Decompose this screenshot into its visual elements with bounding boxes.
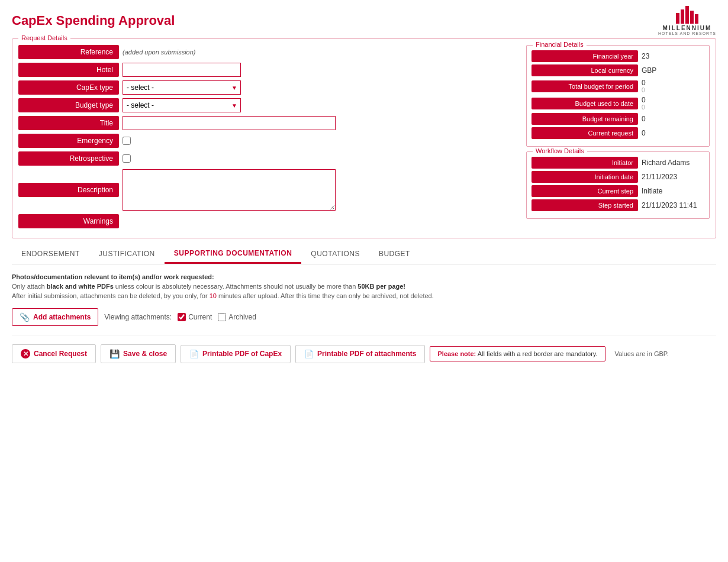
tab-justification[interactable]: JUSTIFICATION [89, 244, 165, 264]
mandatory-note: Please note: All fields with a red borde… [430, 346, 605, 361]
workflow-row-3: Step started 21/11/2023 11:41 [531, 199, 704, 211]
retrospective-checkbox[interactable] [123, 154, 131, 163]
financial-row-value-5: 0 [642, 129, 646, 137]
logo-bar-1 [676, 13, 679, 24]
request-details-legend: Request Details [18, 34, 70, 41]
financial-row-label-2: Total budget for period [531, 80, 638, 92]
tab-budget[interactable]: BUDGET [369, 244, 420, 264]
add-attachments-button[interactable]: 📎 Add attachments [12, 308, 98, 326]
workflow-rows: Initiator Richard Adams Initiation date … [531, 157, 704, 211]
current-checkbox-label[interactable]: Current [178, 313, 212, 321]
hotel-label: Hotel [18, 63, 119, 77]
save-icon: 💾 [109, 349, 120, 358]
workflow-row-value-0: Richard Adams [642, 159, 690, 167]
values-note: Values are in GBP. [615, 350, 669, 357]
budget-type-select[interactable]: - select - [123, 98, 241, 112]
financial-row-1: Local currency GBP [531, 64, 704, 76]
workflow-details-section: Workflow Details Initiator Richard Adams… [526, 151, 710, 219]
workflow-row-value-1: 21/11/2023 [642, 173, 677, 181]
description-textarea[interactable] [123, 169, 336, 211]
info-black-white: black and white PDFs [47, 283, 114, 290]
budget-type-row: Budget type - select - ▼ [18, 98, 514, 112]
financial-row-2: Total budget for period 00 [531, 79, 704, 93]
capex-type-label: CapEx type [18, 80, 119, 95]
mandatory-note-strong: Please note: [437, 350, 476, 357]
financial-row-value-1: GBP [642, 66, 656, 75]
financial-details-legend: Financial Details [533, 41, 587, 48]
description-label: Description [18, 183, 119, 197]
tabs-container: ENDORSEMENTJUSTIFICATIONSUPPORTING DOCUM… [12, 244, 420, 264]
info-line3: After initial submission, attachments ca… [12, 292, 716, 299]
financial-row-value-4: 0 [642, 115, 646, 123]
print-capex-button[interactable]: 📄 Printable PDF of CapEx [181, 345, 291, 363]
bottom-bar: ✕ Cancel Request 💾 Save & close 📄 Printa… [12, 338, 716, 369]
form-layout: Reference (added upon submission) Hotel … [18, 45, 710, 232]
add-attachments-label: Add attachments [33, 313, 91, 321]
hotel-input[interactable] [123, 63, 241, 77]
logo-bar-2 [681, 9, 684, 24]
warnings-label: Warnings [18, 214, 119, 228]
viewing-label: Viewing attachments: [104, 313, 172, 321]
archived-checkbox-label[interactable]: Archived [218, 313, 256, 321]
header: CapEx Spending Approval MILLENNIUM HOTEL… [0, 0, 728, 38]
cancel-icon: ✕ [21, 349, 30, 358]
tab-quotations[interactable]: QUOTATIONS [301, 244, 369, 264]
page-title: CapEx Spending Approval [12, 13, 175, 28]
budget-type-label: Budget type [18, 98, 119, 112]
financial-row-label-1: Local currency [531, 64, 638, 76]
print-attachments-label: Printable PDF of attachments [317, 350, 416, 358]
attachments-bar: 📎 Add attachments Viewing attachments: C… [12, 305, 716, 329]
workflow-row-label-2: Current step [531, 185, 638, 197]
form-left: Reference (added upon submission) Hotel … [18, 45, 514, 232]
reference-row: Reference (added upon submission) [18, 45, 514, 59]
info-size: 50KB per page! [357, 283, 405, 290]
tab-content-supporting-documentation: Photos/documentation relevant to item(s)… [12, 270, 716, 332]
tabs-bar: ENDORSEMENTJUSTIFICATIONSUPPORTING DOCUM… [12, 244, 716, 264]
logo-icon [676, 6, 698, 24]
tab-supporting-documentation[interactable]: SUPPORTING DOCUMENTATION [165, 244, 302, 264]
form-right: Financial Details Financial year 23 Loca… [526, 45, 710, 232]
capex-type-select[interactable]: - select - [123, 80, 241, 95]
workflow-row-label-0: Initiator [531, 157, 638, 169]
retrospective-label: Retrospective [18, 151, 119, 166]
warnings-row: Warnings [18, 214, 514, 228]
print-attachments-button[interactable]: 📄 Printable PDF of attachments [295, 345, 425, 363]
financial-rows: Financial year 23 Local currency GBP Tot… [531, 50, 704, 139]
capex-type-row: CapEx type - select - ▼ [18, 80, 514, 95]
title-input[interactable] [123, 116, 336, 130]
financial-row-3: Budget used to date 00 [531, 96, 704, 111]
financial-row-label-3: Budget used to date [531, 98, 638, 109]
financial-row-value-0: 23 [642, 52, 649, 60]
pdf-capex-icon: 📄 [189, 350, 199, 358]
current-label: Current [188, 313, 212, 321]
save-close-button[interactable]: 💾 Save & close [101, 344, 176, 363]
emergency-checkbox[interactable] [123, 137, 131, 145]
capex-type-select-wrapper: - select - ▼ [123, 80, 241, 95]
tab-endorsement[interactable]: ENDORSEMENT [12, 244, 89, 264]
info-line1: Photos/documentation relevant to item(s)… [12, 273, 716, 280]
cancel-request-button[interactable]: ✕ Cancel Request [12, 344, 96, 363]
logo-bar-4 [690, 11, 694, 24]
info-line2: Only attach black and white PDFs unless … [12, 283, 716, 290]
workflow-row-label-1: Initiation date [531, 171, 638, 183]
cancel-label: Cancel Request [34, 350, 87, 358]
info-minutes: 10 [210, 292, 217, 299]
current-checkbox[interactable] [178, 313, 186, 321]
save-label: Save & close [123, 350, 167, 358]
budget-type-select-wrapper: - select - ▼ [123, 98, 241, 112]
financial-row-label-4: Budget remaining [531, 113, 638, 125]
reference-label: Reference [18, 45, 119, 59]
logo-name: MILLENNIUM [663, 25, 712, 31]
workflow-row-2: Current step Initiate [531, 185, 704, 197]
archived-checkbox[interactable] [218, 313, 226, 321]
request-details-section: Request Details Reference (added upon su… [12, 38, 716, 238]
financial-row-label-5: Current request [531, 127, 638, 139]
workflow-row-value-2: Initiate [642, 187, 662, 195]
financial-row-0: Financial year 23 [531, 50, 704, 62]
pdf-attachments-icon: 📄 [304, 350, 314, 358]
financial-row-5: Current request 0 [531, 127, 704, 139]
logo-bar-3 [685, 6, 689, 24]
mandatory-note-text: All fields with a red border are mandato… [478, 350, 598, 357]
reference-value: (added upon submission) [123, 49, 196, 56]
workflow-row-1: Initiation date 21/11/2023 [531, 171, 704, 183]
